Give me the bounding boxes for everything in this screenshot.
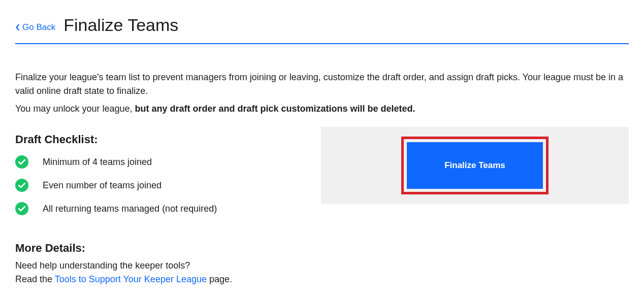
check-circle-icon xyxy=(15,179,28,192)
go-back-label: Go Back xyxy=(22,22,55,32)
help-prefix: Read the xyxy=(15,274,55,284)
help-line-1: Need help understanding the keeper tools… xyxy=(15,259,306,273)
draft-checklist: Minimum of 4 teams joined Even number of… xyxy=(15,155,306,215)
checklist-item: Even number of teams joined xyxy=(15,179,306,192)
finalize-panel: Finalize Teams xyxy=(321,127,629,204)
checklist-heading: Draft Checklist: xyxy=(15,133,306,146)
svg-point-1 xyxy=(15,179,28,192)
checklist-item-label: Even number of teams joined xyxy=(43,180,162,191)
more-details-heading: More Details: xyxy=(15,242,306,255)
check-circle-icon xyxy=(15,155,28,169)
unlock-warning: but any draft order and draft pick custo… xyxy=(135,104,415,114)
checklist-item-label: All returning teams managed (not require… xyxy=(43,204,217,214)
finalize-teams-button[interactable]: Finalize Teams xyxy=(407,142,543,189)
page-title: Finalize Teams xyxy=(63,15,178,35)
check-circle-icon xyxy=(15,202,28,215)
header-divider xyxy=(15,43,629,44)
checklist-item: Minimum of 4 teams joined xyxy=(15,155,306,169)
unlock-prefix: You may unlock your league, xyxy=(15,104,135,114)
svg-point-2 xyxy=(15,202,28,215)
chevron-left-icon xyxy=(15,24,20,31)
unlock-paragraph: You may unlock your league, but any draf… xyxy=(15,102,629,116)
checklist-item-label: Minimum of 4 teams joined xyxy=(43,157,152,168)
help-line-2: Read the Tools to Support Your Keeper Le… xyxy=(15,273,306,286)
keeper-tools-link[interactable]: Tools to Support Your Keeper League xyxy=(55,274,207,284)
help-suffix: page. xyxy=(207,274,232,284)
finalize-button-highlight: Finalize Teams xyxy=(401,137,549,194)
intro-paragraph: Finalize your league's team list to prev… xyxy=(15,71,629,98)
checklist-item: All returning teams managed (not require… xyxy=(15,202,306,215)
go-back-link[interactable]: Go Back xyxy=(15,22,55,32)
svg-point-0 xyxy=(15,155,28,169)
